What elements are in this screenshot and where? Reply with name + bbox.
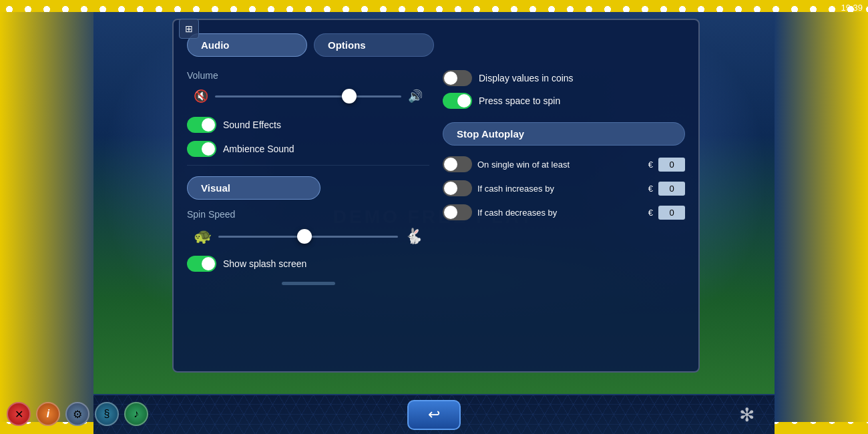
display-coins-toggle[interactable] [443, 70, 472, 86]
scrollbar[interactable] [282, 282, 335, 285]
volume-section: Volume 🔇 🔊 [187, 70, 429, 103]
bottom-bar: ↩ ✻ [93, 394, 775, 434]
close-icon: ✕ [15, 408, 23, 421]
press-space-knob [457, 94, 471, 107]
press-space-label: Press space to spin [479, 95, 560, 106]
volume-up-icon: 🔊 [408, 89, 423, 103]
time-display: 19:39 [841, 3, 863, 13]
volume-label: Volume [187, 70, 429, 81]
stop-autoplay-tab: Stop Autoplay [443, 122, 685, 146]
single-win-knob [444, 158, 457, 171]
settings-button[interactable]: ⚙ [65, 402, 89, 426]
content-columns: Volume 🔇 🔊 Sound Effects [187, 70, 685, 285]
right-column: Display values in coins Press space to s… [443, 70, 685, 285]
single-win-input[interactable] [658, 158, 685, 172]
rules-button[interactable]: § [95, 402, 119, 426]
info-button[interactable]: i [36, 402, 60, 426]
info-icon: i [47, 408, 49, 420]
cash-decrease-input[interactable] [658, 206, 685, 220]
cash-decrease-toggle[interactable] [443, 204, 472, 220]
splash-screen-toggle[interactable] [187, 256, 216, 272]
ambience-sound-knob [202, 142, 215, 156]
mute-icon: 🔇 [194, 89, 208, 103]
sound-effects-row: Sound Effects [187, 117, 429, 133]
stop-autoplay-section: Stop Autoplay On single win of at least … [443, 122, 685, 220]
cash-increase-row: If cash increases by € [443, 180, 685, 196]
back-button[interactable]: ↩ [407, 400, 461, 430]
cash-increase-currency: € [648, 184, 653, 194]
display-coins-row: Display values in coins [443, 70, 685, 86]
spin-thumb[interactable] [297, 229, 312, 244]
splash-screen-knob [202, 257, 215, 270]
cash-decrease-currency: € [648, 208, 653, 218]
single-win-toggle[interactable] [443, 156, 472, 172]
volume-track[interactable] [215, 95, 401, 97]
splash-screen-label: Show splash screen [223, 258, 306, 269]
close-button[interactable]: ✕ [7, 402, 31, 426]
spin-slider-row: 🐢 🐇 [187, 228, 429, 245]
display-coins-label: Display values in coins [479, 73, 574, 83]
cash-increase-label: If cash increases by [477, 184, 643, 194]
press-space-toggle[interactable] [443, 93, 472, 109]
ambience-sound-label: Ambience Sound [223, 144, 294, 154]
display-coins-knob [444, 71, 457, 85]
single-win-label: On single win of at least [477, 160, 643, 170]
tab-options[interactable]: Options [314, 33, 434, 57]
ambience-sound-row: Ambience Sound [187, 141, 429, 157]
spin-track[interactable] [218, 236, 398, 238]
single-win-row: On single win of at least € [443, 156, 685, 172]
rules-icon: § [104, 408, 110, 420]
press-space-row: Press space to spin [443, 93, 685, 109]
volume-slider-row: 🔇 🔊 [187, 89, 429, 103]
single-win-currency: € [648, 160, 653, 170]
audio-icon: ♪ [134, 408, 139, 420]
stadium-left-panel [0, 12, 107, 422]
visual-section: Visual Spin Speed 🐢 🐇 [187, 176, 429, 272]
rabbit-icon: 🐇 [405, 228, 423, 245]
sound-effects-label: Sound Effects [223, 120, 281, 130]
sound-effects-knob [202, 118, 215, 132]
tabs-row: Audio Options [187, 33, 685, 57]
turtle-icon: 🐢 [194, 228, 212, 245]
stadium-right-panel [775, 12, 868, 422]
cash-decrease-label: If cash decreases by [477, 208, 643, 218]
splash-screen-row: Show splash screen [187, 256, 429, 272]
spin-speed-label: Spin Speed [187, 209, 429, 220]
audio-button[interactable]: ♪ [124, 402, 148, 426]
cash-increase-knob [444, 182, 457, 195]
divider-1 [187, 165, 429, 166]
settings-panel: Audio Options Volume 🔇 🔊 [172, 19, 700, 373]
cash-decrease-knob [444, 206, 457, 219]
spin-speed-section: Spin Speed 🐢 🐇 [187, 209, 429, 245]
left-column: Volume 🔇 🔊 Sound Effects [187, 70, 429, 285]
tab-visual[interactable]: Visual [187, 176, 320, 200]
cash-decrease-row: If cash decreases by € [443, 204, 685, 220]
volume-thumb[interactable] [342, 89, 357, 103]
move-handle[interactable]: ⊞ [179, 19, 199, 39]
ambience-sound-toggle[interactable] [187, 141, 216, 157]
sound-effects-toggle[interactable] [187, 117, 216, 133]
tab-audio[interactable]: Audio [187, 33, 307, 57]
gear-icon: ⚙ [73, 408, 82, 421]
bottom-icons: ✕ i ⚙ § ♪ [7, 402, 148, 426]
options-section: Display values in coins Press space to s… [443, 70, 685, 109]
cash-increase-toggle[interactable] [443, 180, 472, 196]
cash-increase-input[interactable] [658, 182, 685, 196]
snowflake-icon: ✻ [739, 404, 754, 426]
